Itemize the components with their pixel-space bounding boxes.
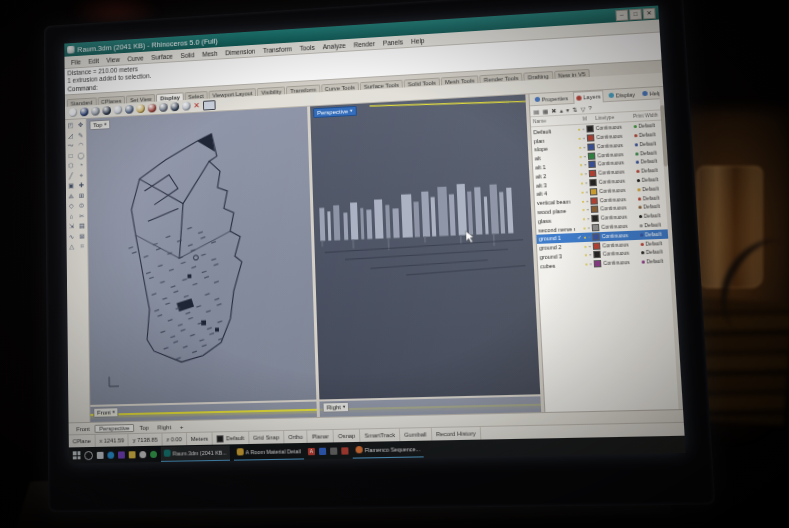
layer-print-width[interactable]: Default [641, 249, 671, 255]
layer-color-swatch[interactable] [586, 125, 594, 132]
status-toggle[interactable]: Grid Snap [249, 431, 284, 444]
display-mode-sphere-icon[interactable] [136, 105, 145, 114]
viewport-front-title-tab[interactable]: Front▾ [93, 407, 118, 418]
layer-linetype[interactable]: Continuous [603, 251, 639, 258]
tool-icon[interactable]: ◔ [76, 160, 86, 171]
layer-print-width[interactable]: Default [640, 240, 670, 246]
layer-linetype[interactable]: Continuous [598, 160, 634, 167]
taskbar-tray-app-button[interactable]: Flamenco Sequence... [352, 441, 423, 458]
menu-item[interactable]: Edit [85, 57, 103, 65]
layer-linetype[interactable]: Continuous [597, 142, 633, 149]
layer-lock-icon[interactable]: ▪ [583, 145, 585, 150]
tool-icon[interactable]: ⌗ [77, 242, 88, 253]
adobe-icon[interactable]: A [308, 447, 315, 454]
display-mode-sphere-icon[interactable] [148, 104, 157, 113]
layer-print-width[interactable]: Default [642, 259, 672, 265]
column-header-print-width[interactable]: Print Width [633, 113, 663, 120]
menu-item[interactable]: View [103, 55, 124, 63]
lock-icon[interactable] [330, 447, 337, 454]
taskbar-app-button[interactable]: Raum.3dm (2041 KB... [161, 445, 230, 462]
layer-lock-icon[interactable]: ▪ [585, 171, 587, 176]
layer-color-swatch[interactable] [590, 188, 598, 195]
layer-visibility-bulb-icon[interactable]: ● [584, 253, 587, 258]
panel-tab[interactable]: Layers [573, 90, 604, 104]
tool-icon[interactable]: ▣ [66, 181, 76, 192]
layer-print-width[interactable]: Default [636, 159, 666, 166]
layers-toolbar-icon[interactable]: ▾ [566, 106, 570, 113]
app-icon-blue[interactable] [319, 447, 326, 454]
app-icon-purple[interactable] [118, 451, 125, 458]
display-mode-sphere-icon[interactable] [80, 108, 89, 117]
layer-name[interactable]: slope [534, 145, 570, 153]
display-mode-sphere-icon[interactable] [170, 103, 179, 112]
layer-visibility-bulb-icon[interactable]: ● [580, 163, 583, 168]
layer-visibility-bulb-icon[interactable]: ● [580, 172, 583, 177]
layer-visibility-bulb-icon[interactable]: ● [581, 199, 584, 204]
menu-item[interactable]: Analyze [319, 41, 350, 50]
column-header-linetype[interactable]: Linetype [595, 114, 631, 121]
layers-toolbar-icon[interactable]: ▽ [580, 105, 585, 112]
viewport-tab[interactable]: Top [135, 424, 152, 430]
layer-print-width[interactable]: Default [634, 123, 664, 130]
layer-color-swatch[interactable] [592, 233, 600, 240]
taskbar-app-button[interactable]: A Room Material Detail [233, 443, 304, 460]
column-header-name[interactable]: Name [533, 117, 581, 125]
layer-lock-icon[interactable]: ▪ [589, 243, 591, 248]
layer-name[interactable]: vertical beam [537, 199, 574, 207]
layer-linetype[interactable]: Continuous [597, 151, 633, 158]
tool-icon[interactable]: ⟁ [66, 191, 76, 202]
menu-item[interactable]: Render [349, 39, 379, 48]
layer-print-width[interactable]: Default [638, 204, 668, 210]
layer-linetype[interactable]: Continuous [603, 260, 639, 267]
status-toggle[interactable]: SmartTrack [360, 429, 400, 442]
column-header-material[interactable]: M [583, 116, 594, 122]
layer-name[interactable]: alt [535, 154, 571, 162]
menu-item[interactable]: Dimension [221, 47, 259, 56]
menu-item[interactable]: Surface [147, 52, 176, 60]
layer-name[interactable]: glass [538, 217, 575, 225]
layers-toolbar-icon[interactable]: ✖ [551, 107, 557, 114]
layer-lock-icon[interactable]: ▪ [584, 163, 586, 168]
layer-color-swatch[interactable] [587, 143, 595, 150]
layer-color-swatch[interactable] [590, 197, 598, 204]
display-mode-sphere-icon[interactable] [114, 106, 123, 115]
layer-visibility-bulb-icon[interactable]: ● [582, 208, 585, 213]
layer-visibility-bulb-icon[interactable]: ● [578, 136, 581, 141]
app-icon-red[interactable] [341, 447, 348, 454]
tool-icon[interactable]: ▤ [77, 221, 87, 232]
layers-toolbar-icon[interactable]: ⇅ [572, 106, 578, 113]
layer-linetype[interactable]: Continuous [598, 169, 634, 176]
tool-icon[interactable]: ◰ [65, 121, 75, 132]
window-control-button[interactable]: □ [629, 8, 642, 20]
current-layer-indicator[interactable]: Default [213, 432, 249, 445]
tool-icon[interactable]: ✎ [76, 130, 86, 141]
layer-lock-icon[interactable]: ▪ [586, 198, 588, 203]
layer-lock-icon[interactable]: ▪ [583, 127, 585, 132]
menu-item[interactable]: Help [407, 36, 429, 44]
layer-color-swatch[interactable] [592, 224, 600, 231]
layer-linetype[interactable]: Continuous [601, 223, 637, 230]
layer-name[interactable]: ground 3 [540, 253, 577, 261]
layers-toolbar-icon[interactable]: ▤ [533, 108, 539, 115]
layer-print-width[interactable]: Default [639, 222, 669, 228]
layer-name[interactable]: cubes [540, 262, 577, 270]
tool-icon[interactable]: ∿ [66, 232, 76, 243]
tool-icon[interactable]: ╱ [66, 171, 76, 182]
layer-lock-icon[interactable]: ▪ [584, 154, 586, 159]
layer-name[interactable]: wood plane [537, 208, 574, 216]
layer-visibility-bulb-icon[interactable]: ● [582, 217, 585, 222]
layer-linetype[interactable]: Continuous [596, 124, 632, 131]
status-toggle[interactable]: Record History [432, 427, 482, 441]
viewport-top[interactable]: Top▾ [87, 107, 317, 405]
tool-icon[interactable]: △ [67, 242, 77, 253]
layer-name[interactable]: ground 2 [539, 244, 576, 252]
task-view-icon[interactable] [97, 451, 104, 458]
tool-icon[interactable]: ⬡ [66, 161, 76, 172]
layer-color-swatch[interactable] [588, 152, 596, 159]
layer-print-width[interactable]: Default [637, 186, 667, 192]
layer-lock-icon[interactable]: ▪ [588, 225, 590, 230]
viewport-tab[interactable]: Right [154, 424, 176, 431]
tool-icon[interactable]: ⊙ [76, 201, 86, 212]
layer-linetype[interactable]: Continuous [599, 187, 635, 194]
viewport-tab[interactable]: + [176, 423, 187, 429]
